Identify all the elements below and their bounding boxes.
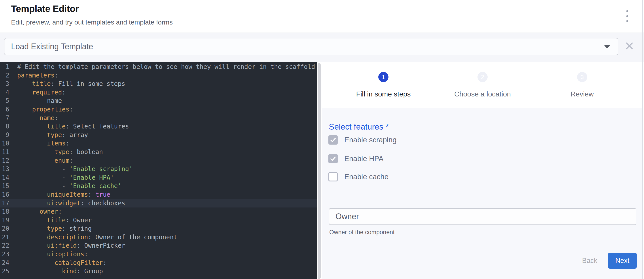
stepper: 1 Fill in some steps 2 Choose a location… [322,62,642,108]
code-line-3[interactable]: 3 - title: Fill in some steps [0,80,317,88]
code-line-22[interactable]: 22 ui:field: OwnerPicker [0,242,317,250]
code-line-2[interactable]: 2parameters: [0,71,317,80]
checkbox-label: Enable HPA [344,155,384,163]
select-features-label: Select features * [329,122,389,132]
back-button[interactable]: Back [575,253,604,269]
line-number: 13 [0,165,9,174]
line-number: 22 [0,242,9,250]
code-line-6[interactable]: 6 properties: [0,105,317,114]
line-number: 4 [0,88,9,97]
checkbox-row-enable-scraping[interactable]: Enable scraping [328,135,397,145]
line-number: 25 [0,267,9,276]
code-line-19[interactable]: 19 title: Owner [0,216,317,225]
line-number: 5 [0,97,9,105]
close-icon[interactable] [625,42,634,50]
code-line-8[interactable]: 8 title: Select features [0,122,317,131]
page-subtitle: Edit, preview, and try out templates and… [11,18,173,26]
line-number: 19 [0,216,9,225]
code-line-12[interactable]: 12 enum: [0,157,317,165]
code-editor[interactable]: 1# Edit the template parameters below to… [0,62,317,279]
more-options-icon[interactable] [623,10,632,22]
step-2-circle[interactable]: 2 [478,72,488,82]
code-line-13[interactable]: 13 - 'Enable scraping' [0,165,317,174]
line-number: 21 [0,233,9,242]
checkbox-row-enable-cache[interactable]: Enable cache [328,172,388,182]
line-number: 23 [0,250,9,259]
checkbox-label: Enable scraping [344,136,397,144]
line-number: 24 [0,259,9,267]
load-template-select-label: Load Existing Template [11,42,93,51]
line-number: 7 [0,114,9,122]
template-preview-panel: 1 Fill in some steps 2 Choose a location… [322,62,642,279]
step-1-label: Fill in some steps [328,90,438,98]
owner-helper-text: Owner of the component [329,229,395,236]
line-number: 20 [0,225,9,233]
load-template-select[interactable]: Load Existing Template [4,38,618,55]
line-number: 18 [0,208,9,216]
code-line-18[interactable]: 18 owner: [0,208,317,216]
line-number: 15 [0,182,9,191]
code-line-10[interactable]: 10 items: [0,139,317,148]
code-line-14[interactable]: 14 - 'Enable HPA' [0,174,317,182]
owner-input[interactable] [329,208,636,225]
line-number: 1 [0,63,9,71]
code-line-20[interactable]: 20 type: string [0,225,317,233]
code-line-7[interactable]: 7 name: [0,114,317,122]
template-editor-page: Template Editor Edit, preview, and try o… [0,0,644,279]
checkbox-row-enable-hpa[interactable]: Enable HPA [328,154,384,164]
code-line-9[interactable]: 9 type: array [0,131,317,139]
line-number: 6 [0,105,9,114]
step-3-circle[interactable]: 3 [577,72,587,82]
form-preview: Select features * Enable scraping Enable… [322,108,642,279]
line-number: 8 [0,122,9,131]
checkbox-checked-icon[interactable] [328,135,338,145]
editor-scrollbar[interactable] [318,63,321,279]
code-line-21[interactable]: 21 description: Owner of the component [0,233,317,242]
next-button[interactable]: Next [608,253,637,269]
step-2-label: Choose a location [427,90,538,98]
code-line-1[interactable]: 1# Edit the template parameters below to… [0,63,317,71]
page-title: Template Editor [11,3,79,14]
code-line-16[interactable]: 16 uniqueItems: true [0,191,317,199]
code-line-17[interactable]: 17 ui:widget: checkboxes [0,199,317,208]
line-number: 9 [0,131,9,139]
checkbox-checked-icon[interactable] [328,154,338,163]
checkbox-unchecked-icon[interactable] [328,172,338,181]
code-line-15[interactable]: 15 - 'Enable cache' [0,182,317,191]
line-number: 3 [0,80,9,88]
step-connector [489,77,574,77]
line-number: 12 [0,157,9,165]
page-header: Template Editor Edit, preview, and try o… [0,0,644,32]
line-number: 17 [0,199,9,208]
step-connector [392,77,476,77]
template-toolbar: Load Existing Template [0,33,644,62]
line-number: 14 [0,174,9,182]
code-line-4[interactable]: 4 required: [0,88,317,97]
code-line-11[interactable]: 11 type: boolean [0,148,317,157]
line-number: 16 [0,191,9,199]
code-line-25[interactable]: 25 kind: Group [0,267,317,276]
panel-right-border [642,0,643,279]
step-1-circle[interactable]: 1 [378,72,388,82]
chevron-down-icon [604,45,610,48]
line-number: 2 [0,71,9,80]
line-number: 11 [0,148,9,157]
code-line-23[interactable]: 23 ui:options: [0,250,317,259]
code-line-24[interactable]: 24 catalogFilter: [0,259,317,267]
checkbox-label: Enable cache [344,173,388,181]
code-lines: 1# Edit the template parameters below to… [0,62,317,276]
code-line-5[interactable]: 5 - name [0,97,317,105]
step-3-label: Review [527,90,637,98]
line-number: 10 [0,139,9,148]
